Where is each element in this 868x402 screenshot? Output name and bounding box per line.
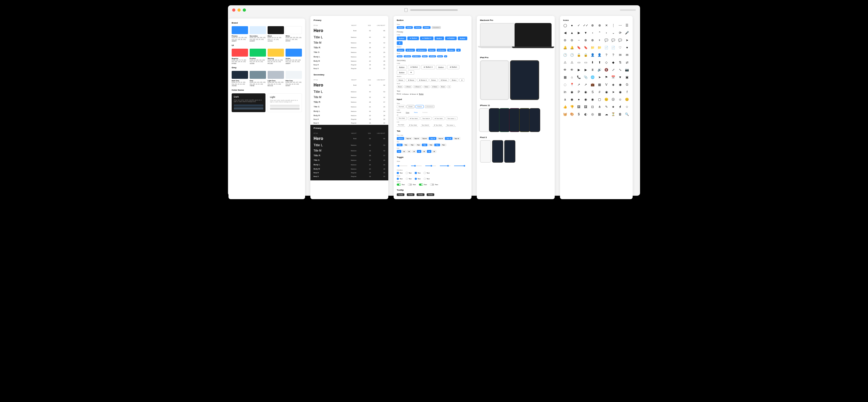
- pause-icon[interactable]: ⏸: [591, 68, 594, 72]
- chevron-down-icon[interactable]: ⌄: [612, 31, 615, 35]
- arrow-left-icon[interactable]: ◀: [563, 31, 567, 35]
- share-alt-icon[interactable]: ⋔: [598, 105, 601, 109]
- button-dropdown[interactable]: ★ Button ▾: [417, 78, 429, 82]
- phone-icon[interactable]: 📞: [577, 76, 581, 79]
- swatch-grey[interactable]: Grey RGBA (119, 143, 155, 100) HSL (200,…: [250, 71, 266, 87]
- textarea[interactable]: Text area ⤡: [445, 117, 458, 120]
- text-button-star2[interactable]: ★ Button ★: [410, 93, 418, 95]
- mail-icon[interactable]: ✉: [625, 53, 629, 57]
- button[interactable]: Button: [397, 55, 403, 57]
- thumbs-down-icon[interactable]: 👎: [570, 105, 574, 109]
- briefcase-icon[interactable]: 💼: [591, 83, 594, 86]
- button-icon[interactable]: ★ Button: [431, 85, 439, 88]
- messenger-icon[interactable]: ◉: [570, 90, 574, 94]
- close-circle-icon[interactable]: ⊗: [598, 24, 601, 27]
- button[interactable]: Button: [458, 36, 467, 40]
- volume-icon[interactable]: 🔊: [598, 68, 601, 72]
- rss-icon[interactable]: ◉: [584, 90, 587, 94]
- google-icon[interactable]: G: [625, 83, 629, 86]
- slider[interactable]: [397, 166, 407, 166]
- radio-unchecked[interactable]: [406, 178, 408, 180]
- send-alt-icon[interactable]: ➤: [598, 76, 601, 79]
- button-icon[interactable]: ★ Button: [447, 65, 459, 69]
- box-icon[interactable]: ▢: [598, 97, 601, 101]
- help-outline-icon[interactable]: ?: [604, 53, 608, 57]
- button[interactable]: Button: [436, 65, 446, 69]
- radio-unchecked[interactable]: [424, 178, 426, 180]
- loading-icon[interactable]: ◌: [563, 83, 567, 86]
- basket-icon[interactable]: 🧺: [563, 112, 567, 116]
- close-circle-outline-icon[interactable]: ⊗: [591, 24, 594, 27]
- video-icon[interactable]: ▭: [584, 61, 587, 64]
- lock-outline-icon[interactable]: 🔓: [577, 53, 581, 57]
- minus-circle-outline-icon[interactable]: ⊖: [563, 38, 567, 42]
- cloud-icon[interactable]: ☁: [604, 112, 608, 116]
- arrow-right-icon[interactable]: ▶: [577, 31, 581, 35]
- button-icon[interactable]: ★ Button: [429, 55, 436, 57]
- button-icon[interactable]: ★ Button: [408, 65, 420, 69]
- skype-icon[interactable]: S: [591, 90, 594, 94]
- button-dropdown[interactable]: ★ Button ▾: [421, 65, 435, 69]
- swatch-white[interactable]: White RGBA (255, 255, 255, 100) HSL (0, …: [285, 26, 302, 42]
- github-icon[interactable]: ◉: [618, 83, 622, 86]
- refresh-icon[interactable]: ⟳: [618, 31, 622, 35]
- switch-on[interactable]: [397, 183, 401, 186]
- chat-outline-icon[interactable]: 💬: [604, 38, 608, 42]
- button[interactable]: Button: [397, 49, 404, 52]
- slider[interactable]: [411, 166, 422, 166]
- bookmark-icon[interactable]: 🔖: [584, 46, 587, 50]
- minus-circle-icon[interactable]: ⊖: [570, 38, 574, 42]
- emoji-sad-icon[interactable]: ☹: [612, 97, 615, 101]
- button-square[interactable]: ★: [456, 49, 461, 52]
- flag-icon[interactable]: ⚑: [604, 76, 608, 79]
- layers-icon[interactable]: ▣: [625, 76, 629, 79]
- checkbox-unchecked[interactable]: [424, 172, 426, 174]
- text-button[interactable]: Button: [397, 93, 401, 95]
- pin-icon[interactable]: 📍: [570, 83, 574, 86]
- dribbble-icon[interactable]: ◉: [584, 97, 587, 101]
- eye-icon[interactable]: 👁: [563, 68, 567, 72]
- button[interactable]: Button: [422, 55, 428, 57]
- button-square[interactable]: ★: [444, 55, 447, 57]
- dots-horizontal-icon[interactable]: ⋯: [618, 24, 622, 27]
- edit-icon[interactable]: ✎: [604, 105, 608, 109]
- heart-outline-icon[interactable]: ♡: [618, 46, 622, 50]
- chat-icon[interactable]: 💬: [612, 38, 615, 42]
- button-icon[interactable]: ★ Button: [404, 85, 412, 88]
- play-circle-icon[interactable]: ▶: [577, 68, 581, 72]
- lock-icon[interactable]: 🔒: [584, 53, 587, 57]
- expand-icon[interactable]: ⤢: [612, 68, 615, 72]
- folder-outline-icon[interactable]: 📁: [591, 46, 594, 50]
- file-icon[interactable]: 📄: [612, 46, 615, 50]
- swatch-secondary[interactable]: Secondary RGBA (220, 238, 255, 100) HSL …: [250, 26, 266, 42]
- minus-icon[interactable]: −: [577, 38, 581, 42]
- eye-off-icon[interactable]: 👁: [570, 68, 574, 72]
- attachment-icon[interactable]: 📎: [584, 76, 587, 79]
- vimeo-icon[interactable]: V: [604, 83, 608, 86]
- bell-icon[interactable]: 🔔: [570, 46, 574, 50]
- plus-circle-icon[interactable]: ⊕: [591, 38, 594, 42]
- slider[interactable]: [440, 166, 451, 166]
- linkedin-icon[interactable]: in: [563, 90, 567, 94]
- button[interactable]: Button: [447, 49, 455, 52]
- theme-dark-card[interactable]: Dark Grey text color works equally good …: [232, 93, 266, 112]
- button-icon[interactable]: ★ Button: [406, 78, 416, 82]
- clock-outline-icon[interactable]: 🕐: [563, 53, 567, 57]
- text-button-underline[interactable]: Button: [419, 93, 424, 95]
- maximize-window-icon[interactable]: [243, 8, 246, 12]
- clock-icon[interactable]: 🕐: [570, 53, 574, 57]
- checkbox-checked[interactable]: [415, 172, 417, 174]
- tag-outline-icon[interactable]: ◇: [604, 61, 608, 64]
- button[interactable]: Button: [397, 36, 406, 40]
- dollar-icon[interactable]: $: [577, 112, 581, 116]
- telegram-icon[interactable]: ➤: [612, 90, 615, 94]
- textfield-both[interactable]: ★ Text field: [433, 117, 444, 120]
- minimize-window-icon[interactable]: [238, 8, 241, 12]
- slack-icon[interactable]: #: [598, 90, 601, 94]
- button[interactable]: Button: [428, 49, 436, 52]
- android-icon[interactable]: ◉: [570, 97, 574, 101]
- globe-icon[interactable]: 🌐: [591, 76, 594, 79]
- swatch-light-grey[interactable]: Light Grey RGBA (184, 193, 203, 100) HSL…: [268, 71, 284, 87]
- plus-circle-outline-icon[interactable]: ⊕: [584, 38, 587, 42]
- user-icon[interactable]: 👤: [598, 53, 601, 57]
